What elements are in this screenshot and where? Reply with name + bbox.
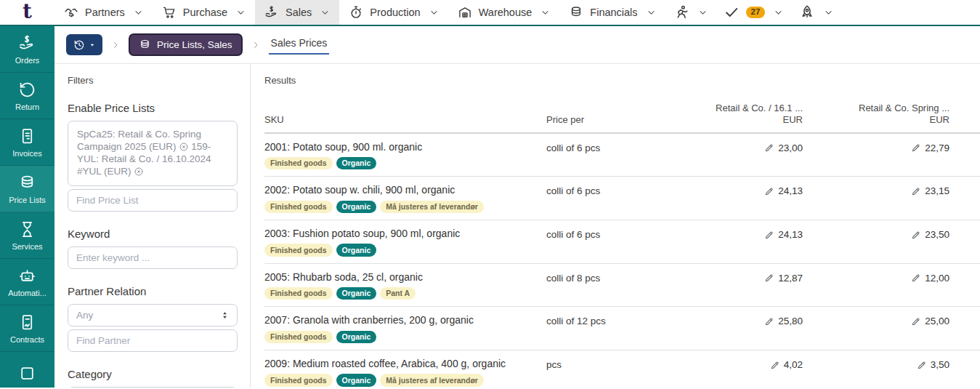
updown-icon [219, 310, 230, 321]
table-row[interactable]: 2009: Medium roasted coffee, Arabica, 40… [264, 350, 980, 389]
nav-item-tasks[interactable]: 27 [716, 0, 792, 25]
nav-label: Production [370, 7, 420, 18]
invoice-icon [18, 127, 36, 145]
history-button[interactable] [66, 34, 102, 55]
module-button-price-lists-sales[interactable]: Price Lists, Sales [129, 33, 243, 56]
tag-list: Finished goods Organic [264, 331, 546, 344]
running-person-icon [673, 4, 689, 20]
sku-cell: 2002: Potato soup w. chili, 900 ml, orga… [264, 184, 546, 213]
sidebar-item-services[interactable]: Services [0, 212, 54, 259]
coins-icon [569, 5, 583, 20]
product-title: 2002: Potato soup w. chili, 900 ml, orga… [264, 184, 546, 196]
product-title: 2007: Granola with cranberries, 200 g, o… [264, 314, 546, 326]
nav-label: Sales [286, 7, 312, 18]
filter-category: Category Any [68, 368, 238, 388]
nav-item-activities[interactable] [665, 0, 716, 25]
sidebar-item-label: Automati... [8, 289, 46, 297]
coins-icon [139, 39, 151, 51]
nav-item-launch[interactable] [791, 0, 841, 25]
column-header-price-per: Price per [546, 114, 642, 126]
price-value: 23,00 [778, 143, 803, 153]
price-cell-list-2[interactable]: 25,00 [803, 314, 949, 326]
nav-label: Purchase [183, 7, 227, 18]
box-icon [18, 364, 36, 382]
sidebar-item-label: Return [15, 103, 39, 111]
sidebar-item-contracts[interactable]: Contracts [0, 305, 54, 352]
find-price-list-input[interactable] [68, 189, 238, 212]
breadcrumb: Price Lists, Sales Sales Prices [54, 26, 980, 64]
nav-item-purchase[interactable]: Purchase [153, 0, 255, 25]
price-value: 23,15 [925, 185, 949, 196]
price-cell-list-1[interactable]: 12,87 [642, 271, 803, 284]
tag: Pant A [380, 287, 416, 300]
price-cell-list-1[interactable]: 23,00 [642, 141, 803, 153]
sidebar-item-automations[interactable]: Automati... [0, 259, 54, 305]
pencil-icon [911, 273, 921, 283]
sidebar-item-invoices[interactable]: Invoices [0, 119, 54, 166]
tab-sales-prices[interactable]: Sales Prices [269, 35, 330, 55]
app-logo[interactable]: t [0, 0, 54, 25]
category-select[interactable]: Any [68, 387, 238, 388]
tag-list: Finished goods Organic [264, 244, 546, 257]
coins-icon [18, 174, 36, 192]
price-per-cell: pcs [546, 358, 642, 370]
chevron-down-icon [320, 8, 330, 17]
table-row[interactable]: 2002: Potato soup w. chili, 900 ml, orga… [264, 177, 980, 220]
tag: Organic [336, 157, 377, 170]
nav-item-partners[interactable]: Partners [54, 0, 153, 25]
caret-down-icon [89, 41, 96, 49]
chevron-down-icon [647, 8, 656, 17]
pencil-icon [764, 230, 774, 240]
tag: Organic [336, 244, 377, 257]
price-value: 12,87 [778, 273, 803, 284]
sku-cell: 2003: Fushion potato soup, 900 ml, organ… [264, 228, 546, 257]
cart-icon [162, 5, 177, 20]
sku-cell: 2001: Potato soup, 900 ml. organic Finis… [264, 141, 546, 170]
sidebar-item-partial[interactable] [0, 352, 54, 388]
partner-relation-select[interactable]: Any [68, 304, 238, 326]
nav-item-financials[interactable]: Financials [559, 0, 665, 25]
price-per-cell: colli of 6 pcs [546, 141, 642, 153]
price-value: 22,79 [925, 143, 949, 153]
sidebar-item-label: Invoices [12, 149, 41, 158]
sku-cell: 2007: Granola with cranberries, 200 g, o… [264, 314, 546, 343]
keyword-input[interactable] [68, 246, 238, 269]
tag: Organic [336, 201, 377, 214]
filters-title: Filters [68, 75, 238, 86]
nav-item-warehouse[interactable]: Warehouse [448, 0, 560, 25]
rocket-icon [799, 4, 815, 20]
nav-item-sales[interactable]: Sales [255, 0, 339, 25]
price-cell-list-1[interactable]: 24,13 [642, 228, 803, 240]
table-row[interactable]: 2001: Potato soup, 900 ml. organic Finis… [264, 134, 980, 177]
pencil-icon [911, 316, 921, 326]
sidebar-item-price-lists[interactable]: Price Lists [0, 166, 54, 212]
price-per-cell: colli of 6 pcs [546, 184, 642, 196]
sidebar-item-orders[interactable]: Orders [0, 26, 54, 73]
remove-icon[interactable] [179, 142, 189, 152]
price-cell-list-2[interactable]: 3,50 [803, 358, 949, 370]
chevron-right-icon [111, 41, 120, 49]
price-cell-list-2[interactable]: 22,79 [803, 141, 949, 153]
price-cell-list-1[interactable]: 25,80 [642, 314, 803, 326]
table-row[interactable]: 2005: Rhubarb soda, 25 cl, organic Finis… [264, 264, 980, 308]
tag: Finished goods [264, 287, 333, 300]
price-per-cell: colli of 12 pcs [546, 314, 642, 326]
nav-item-production[interactable]: Production [339, 0, 448, 25]
table-row[interactable]: 2007: Granola with cranberries, 200 g, o… [264, 307, 980, 350]
price-cell-list-1[interactable]: 4,02 [642, 358, 803, 370]
table-row[interactable]: 2003: Fushion potato soup, 900 ml, organ… [264, 220, 980, 264]
selected-price-lists[interactable]: SpCa25: Retail & Co. Spring Campaign 202… [68, 121, 238, 186]
filters-panel: Filters Enable Price Lists SpCa25: Retai… [54, 64, 251, 388]
filter-label: Partner Relation [68, 285, 238, 297]
remove-icon[interactable] [134, 167, 144, 177]
table-header: SKU Price per Retail & Co. / 16.1 ... EU… [264, 103, 980, 134]
sidebar-item-return[interactable]: Return [0, 73, 54, 119]
price-cell-list-1[interactable]: 24,13 [642, 184, 803, 196]
filter-enable-price-lists: Enable Price Lists SpCa25: Retail & Co. … [68, 102, 238, 212]
price-cell-list-2[interactable]: 23,50 [803, 228, 949, 240]
chevron-down-icon [774, 8, 783, 17]
price-cell-list-2[interactable]: 12,00 [803, 271, 949, 284]
chevron-down-icon [824, 8, 833, 17]
price-cell-list-2[interactable]: 23,15 [803, 184, 949, 196]
find-partner-input[interactable] [68, 329, 238, 352]
